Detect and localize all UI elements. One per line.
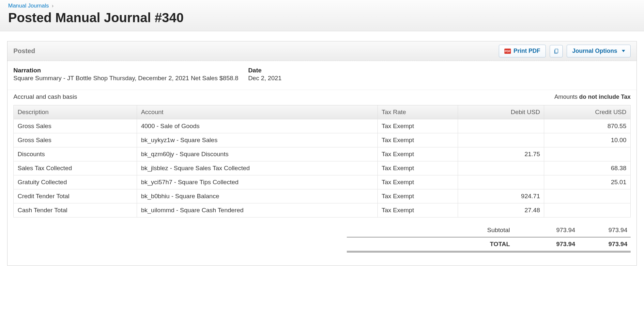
print-pdf-button[interactable]: PDF Print PDF — [499, 45, 546, 57]
col-credit: Credit USD — [544, 105, 631, 119]
col-description: Description — [14, 105, 137, 119]
cell-account: bk_qzm60jy - Square Discounts — [137, 147, 377, 161]
table-row: Discountsbk_qzm60jy - Square DiscountsTa… — [14, 147, 631, 161]
journal-options-button[interactable]: Journal Options — [567, 45, 631, 57]
subtotal-row: Subtotal 973.94 973.94 — [347, 223, 631, 237]
cell-tax-rate: Tax Exempt — [377, 189, 458, 203]
cell-debit — [458, 119, 544, 133]
page-title: Posted Manual Journal #340 — [8, 10, 636, 25]
svg-rect-0 — [555, 49, 558, 53]
date-label: Date — [248, 67, 282, 74]
cell-credit — [544, 189, 631, 203]
cell-debit: 21.75 — [458, 147, 544, 161]
total-credit: 973.94 — [575, 241, 627, 248]
cell-description: Gross Sales — [14, 119, 137, 133]
date-value: Dec 2, 2021 — [248, 75, 282, 82]
date-block: Date Dec 2, 2021 — [248, 67, 282, 82]
table-header-row: Description Account Tax Rate Debit USD C… — [14, 105, 631, 119]
tax-note-prefix: Amounts — [554, 94, 579, 100]
card-header: Posted PDF Print PDF Journal Options — [8, 41, 636, 61]
cell-account: 4000 - Sale of Goods — [137, 119, 377, 133]
header-actions: PDF Print PDF Journal Options — [499, 45, 631, 57]
cell-account: bk_uilommd - Square Cash Tendered — [137, 203, 377, 217]
cell-tax-rate: Tax Exempt — [377, 161, 458, 175]
cell-description: Credit Tender Total — [14, 189, 137, 203]
cell-tax-rate: Tax Exempt — [377, 175, 458, 189]
totals-section: Subtotal 973.94 973.94 TOTAL 973.94 973.… — [13, 223, 631, 252]
table-row: Gross Sales4000 - Sale of GoodsTax Exemp… — [14, 119, 631, 133]
copy-button[interactable] — [550, 45, 563, 57]
total-row: TOTAL 973.94 973.94 — [347, 237, 631, 252]
col-tax-rate: Tax Rate — [377, 105, 458, 119]
narration-label: Narration — [13, 67, 238, 74]
cell-debit: 27.48 — [458, 203, 544, 217]
cell-account: bk_yci57h7 - Square Tips Collected — [137, 175, 377, 189]
cell-description: Cash Tender Total — [14, 203, 137, 217]
copy-icon — [553, 48, 559, 54]
cell-credit: 25.01 — [544, 175, 631, 189]
cell-credit: 870.55 — [544, 119, 631, 133]
cell-account: bk_b0bhiu - Square Balance — [137, 189, 377, 203]
cell-tax-rate: Tax Exempt — [377, 203, 458, 217]
table-row: Sales Tax Collectedbk_jlsblez - Square S… — [14, 161, 631, 175]
cell-debit — [458, 175, 544, 189]
cell-debit — [458, 161, 544, 175]
table-row: Gross Salesbk_uykyz1w - Square SalesTax … — [14, 133, 631, 147]
narration-value: Square Summary - JT Bottle Shop Thursday… — [13, 75, 238, 82]
status-badge: Posted — [13, 47, 35, 55]
pdf-icon: PDF — [504, 49, 511, 54]
cell-debit: 924.71 — [458, 189, 544, 203]
cell-tax-rate: Tax Exempt — [377, 147, 458, 161]
chevron-down-icon — [622, 50, 625, 52]
subtotal-credit: 973.94 — [575, 227, 627, 234]
journal-card: Posted PDF Print PDF Journal Options — [7, 41, 637, 266]
cell-account: bk_jlsblez - Square Sales Tax Collected — [137, 161, 377, 175]
cell-credit: 68.38 — [544, 161, 631, 175]
breadcrumb: Manual Journals › — [8, 3, 636, 9]
cell-credit — [544, 203, 631, 217]
col-debit: Debit USD — [458, 105, 544, 119]
print-pdf-label: Print PDF — [514, 48, 540, 54]
total-label: TOTAL — [350, 241, 523, 248]
subtotal-label: Subtotal — [350, 227, 523, 234]
cell-credit: 10.00 — [544, 133, 631, 147]
journal-options-label: Journal Options — [572, 48, 617, 54]
table-row: Gratuity Collectedbk_yci57h7 - Square Ti… — [14, 175, 631, 189]
total-debit: 973.94 — [523, 241, 575, 248]
journal-lines-table: Description Account Tax Rate Debit USD C… — [13, 105, 631, 217]
cell-debit — [458, 133, 544, 147]
meta-row: Narration Square Summary - JT Bottle Sho… — [8, 61, 636, 90]
basis-row: Accrual and cash basis Amounts do not in… — [8, 90, 636, 105]
tax-note: Amounts do not include Tax — [554, 94, 631, 100]
cell-description: Discounts — [14, 147, 137, 161]
page-header: Manual Journals › Posted Manual Journal … — [0, 0, 644, 31]
cell-tax-rate: Tax Exempt — [377, 119, 458, 133]
cell-description: Sales Tax Collected — [14, 161, 137, 175]
cell-description: Gross Sales — [14, 133, 137, 147]
basis-text: Accrual and cash basis — [13, 93, 77, 100]
table-row: Cash Tender Totalbk_uilommd - Square Cas… — [14, 203, 631, 217]
cell-description: Gratuity Collected — [14, 175, 137, 189]
cell-credit — [544, 147, 631, 161]
col-account: Account — [137, 105, 377, 119]
cell-tax-rate: Tax Exempt — [377, 133, 458, 147]
narration-block: Narration Square Summary - JT Bottle Sho… — [13, 67, 238, 82]
breadcrumb-link[interactable]: Manual Journals — [8, 3, 49, 9]
table-row: Credit Tender Totalbk_b0bhiu - Square Ba… — [14, 189, 631, 203]
cell-account: bk_uykyz1w - Square Sales — [137, 133, 377, 147]
subtotal-debit: 973.94 — [523, 227, 575, 234]
tax-note-bold: do not include Tax — [579, 94, 631, 100]
breadcrumb-separator: › — [52, 3, 54, 9]
